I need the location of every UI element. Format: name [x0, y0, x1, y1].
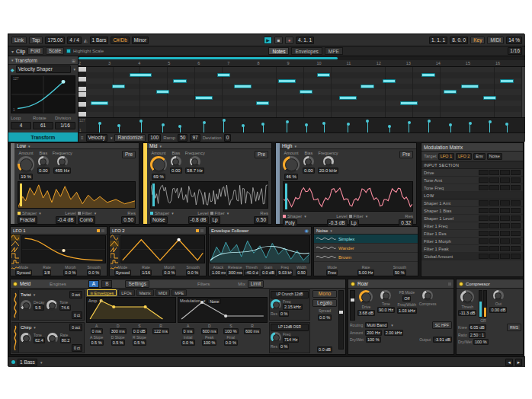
param-value[interactable]: 100 %	[202, 340, 217, 346]
target-lfo1[interactable]: LFO 1	[438, 153, 454, 160]
chevron-down-icon[interactable]: ▾	[28, 144, 30, 148]
engine-1-knob-2[interactable]	[46, 300, 57, 311]
midi-note[interactable]	[317, 73, 330, 77]
freq-width-value[interactable]: 1.03 kHz	[397, 308, 417, 314]
scale-name-selector[interactable]: Minor	[132, 37, 149, 44]
crossover-high-value[interactable]: 2.00 kHz	[384, 330, 404, 336]
randomize-button[interactable]: Randomize	[114, 134, 146, 142]
velocity-stem[interactable]	[223, 120, 224, 132]
velocity-lane-menu[interactable]: Velocity	[86, 134, 107, 142]
piano-key[interactable]	[79, 82, 86, 88]
highlight-scale-checkbox[interactable]	[66, 49, 71, 53]
lfo-shape-sine[interactable]	[110, 235, 119, 241]
matrix-cell[interactable]	[500, 231, 510, 236]
engine-1-knob-1[interactable]	[21, 300, 31, 311]
matrix-cell[interactable]	[500, 200, 510, 206]
engine-2-knob-1-value[interactable]: 62.4	[34, 337, 45, 343]
frequency-value[interactable]: 58.7 Hz	[185, 168, 204, 174]
param-value[interactable]: -40.0 dB	[244, 270, 260, 276]
play-button[interactable]: ▶	[264, 37, 272, 44]
chevron-down-icon[interactable]: ▾	[159, 144, 162, 148]
tab-midi[interactable]: MIDI	[155, 289, 171, 296]
output-knob-group[interactable]: Out0.00 dB	[489, 290, 507, 313]
param-value[interactable]: 0 ms	[91, 328, 103, 334]
param-value[interactable]: 0.0 %	[224, 340, 238, 346]
amount-value[interactable]: 19 %	[19, 174, 33, 180]
velocity-stem[interactable]	[119, 126, 120, 132]
spread-value[interactable]: 0.0 %	[318, 314, 332, 321]
frequency-value[interactable]: 455 Hz	[53, 168, 71, 174]
matrix-cell[interactable]	[489, 208, 499, 213]
midi-note[interactable]	[278, 79, 296, 83]
matrix-cell[interactable]	[479, 177, 489, 183]
rms-mode-button[interactable]: RMS	[507, 324, 521, 331]
bias-value[interactable]: 0.00	[303, 168, 315, 174]
fold-button[interactable]: Fold	[27, 47, 43, 55]
engine-2-knob-2[interactable]	[47, 333, 58, 343]
limit-button[interactable]: Limit	[248, 280, 264, 288]
matrix-cell[interactable]	[479, 231, 489, 236]
routing-menu[interactable]: Multi Band	[365, 322, 388, 328]
key-map-button[interactable]: Key	[470, 37, 485, 44]
filter-1-freq-knob[interactable]	[271, 299, 281, 310]
midi-note[interactable]	[500, 79, 513, 83]
amount-knob[interactable]	[18, 156, 34, 173]
mono-button[interactable]: Mono	[312, 290, 337, 298]
threshold-knob-group[interactable]: Thresh-11.3 dB	[458, 290, 476, 316]
threshold-knob[interactable]	[460, 290, 474, 304]
beat-ruler[interactable]: 2345678910111213141516	[79, 60, 525, 67]
matrix-cell[interactable]	[479, 238, 489, 244]
bias-knob-group[interactable]: Bias0.00	[303, 151, 315, 174]
velocity-stem[interactable]	[306, 125, 307, 132]
midi-note[interactable]	[91, 101, 108, 105]
amount-knob-group[interactable]: Amount69 %	[150, 151, 167, 180]
pre-button[interactable]: Pre	[122, 151, 136, 158]
param-value[interactable]: 9.03 kHz	[277, 270, 293, 276]
amp-envelope-display[interactable]: Amp▾	[86, 297, 176, 323]
scale-view-button[interactable]: Scale	[46, 47, 64, 55]
pre-button[interactable]: Pre	[255, 151, 268, 158]
engine-1-knob-1-value[interactable]: 9.5	[34, 305, 44, 311]
midi-note[interactable]	[461, 85, 479, 88]
tab-envelopes[interactable]: ≋Envelopes	[87, 289, 117, 296]
piano-key[interactable]	[79, 92, 86, 97]
velocity-stem[interactable]	[243, 126, 244, 132]
param-value[interactable]: 5.00 Hz	[357, 270, 375, 276]
param-value[interactable]: 0.0 dB	[132, 328, 147, 334]
piano-key[interactable]	[79, 107, 86, 113]
frequency-knob-group[interactable]: Frequency455 Hz	[53, 151, 72, 174]
lfo1-display[interactable]	[21, 235, 106, 263]
lfo-shape-saw[interactable]	[110, 247, 119, 253]
matrix-cell[interactable]	[489, 170, 499, 175]
filter-2-freq-knob[interactable]	[271, 332, 281, 343]
matrix-cell[interactable]	[511, 177, 521, 183]
piano-key[interactable]	[79, 87, 86, 92]
output-value[interactable]: 0.00 dB	[489, 307, 507, 313]
tab-envelopes[interactable]: Envelopes	[291, 47, 322, 55]
lfo-shape-triangle[interactable]	[11, 241, 20, 247]
meld-tab-b[interactable]: B	[101, 280, 112, 288]
amount-value[interactable]: 46 %	[284, 174, 298, 180]
amount-knob[interactable]	[150, 156, 167, 173]
midi-note-grid[interactable]	[86, 67, 522, 117]
matrix-cell[interactable]	[511, 200, 521, 206]
level-value[interactable]: -0.8 dB	[188, 216, 209, 224]
matrix-cell[interactable]	[500, 223, 510, 228]
compress-knob-group[interactable]: Compress	[419, 290, 437, 306]
midi-note[interactable]	[234, 85, 252, 88]
engine-2-knob-2-value[interactable]: 80.2	[60, 337, 72, 343]
matrix-cell[interactable]	[511, 254, 521, 259]
info-icon[interactable]: ◉	[305, 228, 309, 233]
ramp-to-value[interactable]: 97	[190, 134, 200, 142]
velocity-stem[interactable]	[489, 122, 490, 132]
fb-mode-menu[interactable]: Off	[402, 295, 411, 302]
matrix-cell[interactable]	[500, 238, 510, 244]
volume-slider[interactable]	[338, 290, 344, 350]
velocity-stem[interactable]	[348, 124, 348, 132]
tab-lfos[interactable]: LFOs	[118, 289, 134, 296]
bias-knob[interactable]	[303, 156, 314, 167]
meld-settings-tab[interactable]: Settings	[125, 280, 149, 288]
param-value[interactable]: 0.5 %	[111, 340, 125, 346]
matrix-cell[interactable]	[479, 185, 489, 190]
loop-length-field[interactable]: 8. 0. 0	[450, 37, 468, 44]
